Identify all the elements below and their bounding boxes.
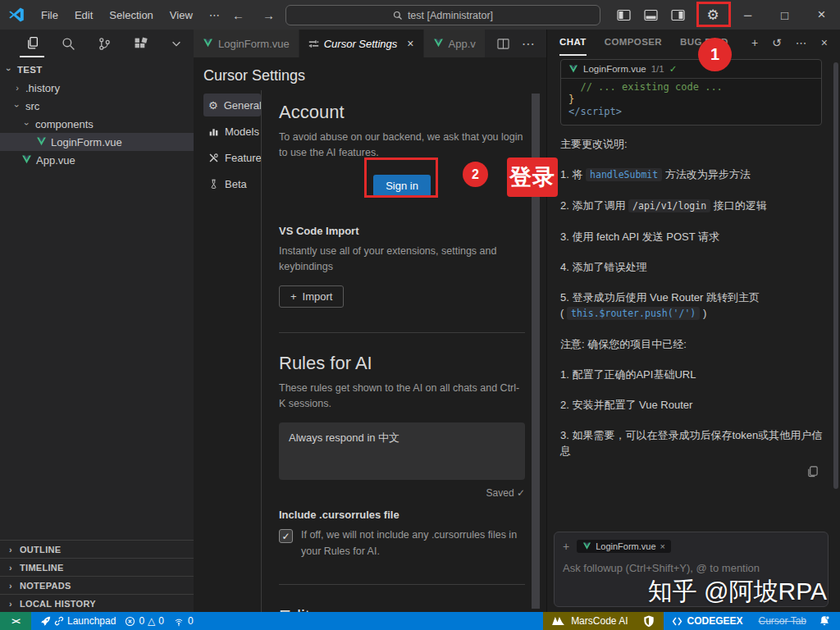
extensions-icon[interactable] xyxy=(128,30,153,57)
vue-icon xyxy=(203,39,213,48)
toggle-panel-icon[interactable] xyxy=(644,9,658,21)
tab-chat[interactable]: CHAT xyxy=(559,30,587,56)
launchpad-item[interactable]: Launchpad xyxy=(40,615,116,627)
vue-icon xyxy=(433,39,444,48)
message-item: 1. 将 handleSubmit 方法改为异步方法 xyxy=(560,167,827,183)
close-button[interactable]: × xyxy=(803,0,840,30)
activity-more-chevron-icon[interactable] xyxy=(164,30,189,57)
code-block-header[interactable]: LoginForm.vue 1/1 ✓ xyxy=(561,60,821,79)
menu-view[interactable]: View xyxy=(162,5,201,25)
maximize-button[interactable]: □ xyxy=(766,0,803,30)
tab-close-icon[interactable]: × xyxy=(407,37,413,50)
panel-label: LOCAL HISTORY xyxy=(20,599,96,609)
problems-item[interactable]: 0 △ 0 xyxy=(125,615,164,627)
warning-count: 0 xyxy=(158,615,164,627)
broadcast-icon xyxy=(173,616,185,627)
message-note-heading: 注意: 确保您的项目中已经: xyxy=(560,336,827,352)
add-context-plus-icon[interactable]: + xyxy=(563,540,569,553)
import-button[interactable]: + Import xyxy=(279,285,344,308)
shield-plugin-icon[interactable] xyxy=(643,615,655,628)
context-chip-loginform[interactable]: LoginForm.vue × xyxy=(577,540,671,553)
vue-icon xyxy=(36,137,47,147)
editor-heading: Editor xyxy=(279,606,525,612)
app-window: File Edit Selection View ⋯ ← → test [Adm… xyxy=(0,0,840,630)
settings-nav-models[interactable]: Models xyxy=(203,120,261,143)
menu-more[interactable]: ⋯ xyxy=(201,5,228,25)
chat-scrollbar[interactable] xyxy=(833,62,838,489)
copy-icon[interactable] xyxy=(806,465,819,477)
activity-icon-row xyxy=(0,30,194,57)
search-icon xyxy=(393,11,403,21)
tree-item-components[interactable]: › components xyxy=(0,115,194,133)
message-text: ( xyxy=(560,307,567,319)
toggle-secondary-sidebar-icon[interactable] xyxy=(671,9,685,21)
cursorrules-checkbox[interactable]: ✓ xyxy=(279,529,293,543)
tab-composer[interactable]: COMPOSER xyxy=(605,30,662,56)
forward-arrow-icon[interactable]: → xyxy=(262,8,275,22)
chat-close-icon[interactable]: × xyxy=(821,36,828,49)
marscode-item[interactable]: MarsCode AI xyxy=(543,612,663,630)
message-item: 2. 安装并配置了 Vue Router xyxy=(560,397,827,413)
command-search-box[interactable]: test [Administrator] xyxy=(285,5,600,25)
codegeex-item[interactable]: CODEGEEX xyxy=(664,615,751,627)
search-sidebar-icon[interactable] xyxy=(56,30,80,57)
panel-outline[interactable]: › OUTLINE xyxy=(0,540,194,558)
minimize-button[interactable]: ─ xyxy=(729,0,766,30)
tree-item-loginform[interactable]: LoginForm.vue xyxy=(0,133,194,151)
statusbar-right: MarsCode AI CODEGEEX Cursor Tab xyxy=(543,612,840,630)
chat-history-icon[interactable]: ↺ xyxy=(772,36,782,49)
settings-nav-features[interactable]: Features xyxy=(203,146,261,169)
explorer-icon[interactable] xyxy=(20,30,44,57)
chat-tab-bar: CHAT COMPOSER BUG FIND + ↺ ⋯ × xyxy=(547,30,840,56)
source-control-icon[interactable] xyxy=(92,30,116,57)
tab-loginform[interactable]: LoginForm.vue xyxy=(194,30,299,57)
settings-nav-general[interactable]: ⚙ General xyxy=(203,94,261,116)
tree-root-test[interactable]: › TEST xyxy=(0,61,194,79)
chevron-down-icon: › xyxy=(12,102,22,110)
split-editor-icon[interactable] xyxy=(497,39,509,49)
tree-item-src[interactable]: › src xyxy=(0,97,194,115)
rules-textarea[interactable]: Always respond in 中文 xyxy=(279,422,525,480)
panel-label: NOTEPADS xyxy=(20,581,71,591)
chip-remove-icon[interactable]: × xyxy=(660,541,665,551)
code-range: 1/1 xyxy=(651,64,664,74)
remote-indicator[interactable]: >< xyxy=(0,612,31,630)
menu-selection[interactable]: Selection xyxy=(101,5,161,25)
menu-edit[interactable]: Edit xyxy=(66,5,101,25)
menu-file[interactable]: File xyxy=(33,5,66,25)
tab-appvue[interactable]: App.v xyxy=(424,30,486,57)
back-arrow-icon[interactable]: ← xyxy=(232,8,244,22)
cursorrules-desc: If off, we will not include any .cursorr… xyxy=(301,527,525,559)
bell-icon xyxy=(819,615,830,627)
assistant-message: 主要更改说明: 1. 将 handleSubmit 方法改为异步方法 2. 添加… xyxy=(560,136,827,459)
chip-label: LoginForm.vue xyxy=(596,541,655,551)
section-divider xyxy=(279,584,525,585)
tree-item-label: App.vue xyxy=(36,154,75,167)
vscode-logo-icon xyxy=(8,7,25,23)
tree-item-label: LoginForm.vue xyxy=(51,136,122,148)
tree-item-history[interactable]: › .history xyxy=(0,79,194,97)
notifications-bell[interactable] xyxy=(814,615,840,627)
tab-label: App.v xyxy=(449,38,476,50)
toggle-sidebar-icon[interactable] xyxy=(617,9,631,21)
vue-icon xyxy=(582,542,591,550)
new-chat-plus-icon[interactable]: + xyxy=(751,36,758,49)
menu-bar: File Edit Selection View ⋯ xyxy=(33,5,228,25)
link-icon xyxy=(54,616,64,626)
vscode-import-heading: VS Code Import xyxy=(279,225,525,237)
cursor-tab-item[interactable]: Cursor Tab xyxy=(751,615,814,627)
code-line: // ... existing code ... xyxy=(568,81,723,93)
tree-item-appvue[interactable]: App.vue xyxy=(0,151,194,169)
editor-more-icon[interactable]: ⋯ xyxy=(522,36,535,52)
message-text: 接口的逻辑 xyxy=(710,199,767,212)
chevron-right-icon: › xyxy=(7,563,15,573)
ports-item[interactable]: 0 xyxy=(173,615,194,627)
panel-local-history[interactable]: › LOCAL HISTORY xyxy=(0,594,194,612)
tab-cursor-settings[interactable]: Cursor Settings × xyxy=(299,30,424,57)
settings-nav-beta[interactable]: Beta xyxy=(203,172,261,195)
panel-notepads[interactable]: › NOTEPADS xyxy=(0,576,194,594)
cursorrules-heading: Include .cursorrules file xyxy=(279,509,525,521)
explorer-sidebar: › TEST › .history › src › components xyxy=(0,30,194,612)
panel-timeline[interactable]: › TIMELINE xyxy=(0,558,194,576)
chat-more-icon[interactable]: ⋯ xyxy=(796,36,807,49)
